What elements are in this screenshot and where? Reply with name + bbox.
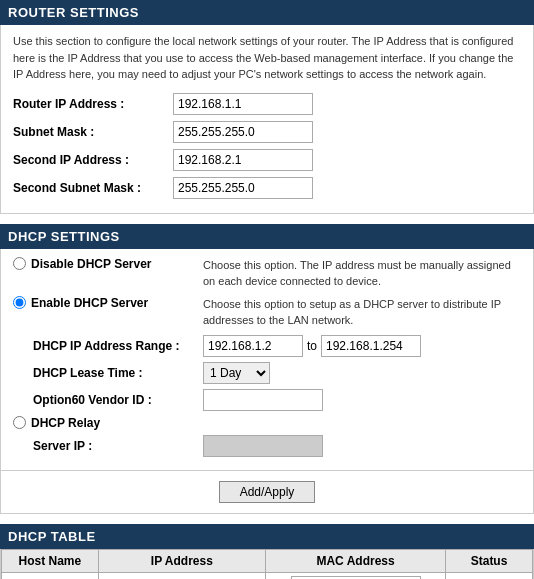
second-ip-row: Second IP Address : — [13, 149, 521, 171]
enable-dhcp-label-col: Enable DHCP Server — [13, 296, 203, 310]
dhcp-ip-range-row: DHCP IP Address Range : to — [13, 335, 521, 357]
row1-host-name — [2, 572, 99, 579]
col-status: Status — [446, 549, 533, 572]
second-subnet-mask-row: Second Subnet Mask : — [13, 177, 521, 199]
row1-ip-address: 192.168.1.8 — [98, 572, 265, 579]
dhcp-vendor-id-input[interactable] — [203, 389, 323, 411]
enable-dhcp-row: Enable DHCP Server Choose this option to… — [13, 296, 521, 329]
dhcp-ip-range-value: to — [203, 335, 421, 357]
disable-dhcp-radio[interactable] — [13, 257, 26, 270]
col-ip-address: IP Address — [98, 549, 265, 572]
dhcp-relay-text: DHCP Relay — [31, 416, 100, 430]
dhcp-ip-range-to-label: to — [307, 339, 317, 353]
dhcp-lease-time-value: 1 Day 2 Days 3 Days 1 Week — [203, 362, 270, 384]
dhcp-ip-range-from-input[interactable] — [203, 335, 303, 357]
disable-dhcp-label[interactable]: Disable DHCP Server — [13, 257, 152, 271]
router-settings-header: ROUTER SETTINGS — [0, 0, 534, 25]
dhcp-server-ip-value — [203, 435, 323, 457]
second-subnet-mask-input[interactable] — [173, 177, 313, 199]
disable-dhcp-description: Choose this option. The IP address must … — [203, 257, 521, 290]
second-subnet-mask-label: Second Subnet Mask : — [13, 181, 173, 195]
dhcp-table-section: DHCP TABLE Host Name IP Address MAC Addr… — [0, 524, 534, 580]
enable-dhcp-radio[interactable] — [13, 296, 26, 309]
dhcp-server-ip-input[interactable] — [203, 435, 323, 457]
dhcp-lease-time-row: DHCP Lease Time : 1 Day 2 Days 3 Days 1 … — [13, 362, 521, 384]
dhcp-vendor-id-value — [203, 389, 323, 411]
col-host-name: Host Name — [2, 549, 99, 572]
dhcp-table: Host Name IP Address MAC Address Status … — [1, 549, 533, 580]
router-settings-description: Use this section to configure the local … — [13, 33, 521, 83]
router-ip-input[interactable] — [173, 93, 313, 115]
row1-mac-address: Manual Config — [266, 572, 446, 579]
router-ip-row: Router IP Address : — [13, 93, 521, 115]
enable-dhcp-text: Enable DHCP Server — [31, 296, 148, 310]
disable-dhcp-text: Disable DHCP Server — [31, 257, 152, 271]
row1-status: Static — [446, 572, 533, 579]
second-ip-input[interactable] — [173, 149, 313, 171]
dhcp-lease-time-label: DHCP Lease Time : — [33, 366, 203, 380]
subnet-mask-label: Subnet Mask : — [13, 125, 173, 139]
subnet-mask-row: Subnet Mask : — [13, 121, 521, 143]
dhcp-ip-range-to-input[interactable] — [321, 335, 421, 357]
router-settings-content: Use this section to configure the local … — [0, 25, 534, 214]
dhcp-vendor-id-row: Option60 Vendor ID : — [13, 389, 521, 411]
enable-dhcp-description: Choose this option to setup as a DHCP se… — [203, 296, 521, 329]
dhcp-server-ip-row: Server IP : — [13, 435, 521, 457]
add-apply-button[interactable]: Add/Apply — [219, 481, 316, 503]
dhcp-settings-header: DHCP SETTINGS — [0, 224, 534, 249]
dhcp-table-header-row: Host Name IP Address MAC Address Status — [2, 549, 533, 572]
row1-mac-input[interactable] — [291, 576, 421, 580]
dhcp-vendor-id-label: Option60 Vendor ID : — [33, 393, 203, 407]
enable-dhcp-label[interactable]: Enable DHCP Server — [13, 296, 148, 310]
dhcp-ip-range-label: DHCP IP Address Range : — [33, 339, 203, 353]
dhcp-settings-content: Disable DHCP Server Choose this option. … — [0, 249, 534, 471]
disable-dhcp-label-col: Disable DHCP Server — [13, 257, 203, 271]
dhcp-relay-row: DHCP Relay — [13, 416, 521, 430]
dhcp-settings-title: DHCP SETTINGS — [8, 229, 120, 244]
dhcp-lease-time-select[interactable]: 1 Day 2 Days 3 Days 1 Week — [203, 362, 270, 384]
disable-dhcp-row: Disable DHCP Server Choose this option. … — [13, 257, 521, 290]
router-settings-title: ROUTER SETTINGS — [8, 5, 139, 20]
second-ip-label: Second IP Address : — [13, 153, 173, 167]
router-settings-section: ROUTER SETTINGS Use this section to conf… — [0, 0, 534, 214]
table-row: 192.168.1.8 Manual Config Static — [2, 572, 533, 579]
dhcp-table-title: DHCP TABLE — [8, 529, 96, 544]
dhcp-table-content: Host Name IP Address MAC Address Status … — [0, 549, 534, 580]
dhcp-relay-radio[interactable] — [13, 416, 26, 429]
col-mac-address: MAC Address — [266, 549, 446, 572]
dhcp-settings-section: DHCP SETTINGS Disable DHCP Server Choose… — [0, 224, 534, 471]
router-ip-label: Router IP Address : — [13, 97, 173, 111]
subnet-mask-input[interactable] — [173, 121, 313, 143]
dhcp-relay-label[interactable]: DHCP Relay — [13, 416, 203, 430]
dhcp-table-header: DHCP TABLE — [0, 524, 534, 549]
button-row: Add/Apply — [0, 471, 534, 514]
dhcp-server-ip-label: Server IP : — [33, 439, 203, 453]
